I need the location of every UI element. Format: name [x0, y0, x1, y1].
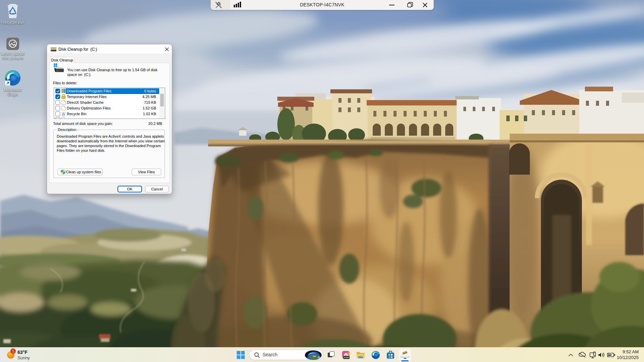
svg-text:1: 1 — [12, 349, 14, 353]
svg-text:M365: M365 — [343, 356, 349, 359]
